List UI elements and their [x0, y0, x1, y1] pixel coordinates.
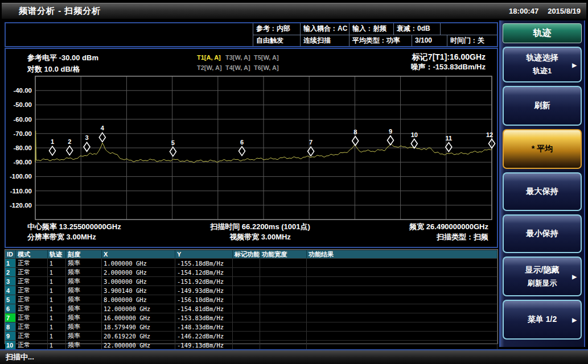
marker-table-cell-width [260, 267, 307, 276]
sweep-time-label: 扫描时间 66.2200ms (1001点) [184, 222, 336, 232]
marker-table-cell-id: 2 [5, 267, 16, 276]
marker-9[interactable]: 9 [387, 128, 393, 145]
marker-table-row[interactable]: 4正常1频率3.900140 GHz-149.93dBm/Hz [5, 286, 497, 295]
marker-table-cell-scale: 频率 [66, 276, 102, 286]
marker-table-cell-mode: 正常 [16, 304, 48, 313]
trace-flag: T6[W, A] [254, 64, 282, 75]
graph-footer-line2: 分辨率带宽 3.00MHz 视频带宽 3.00MHz 扫描类型：扫频 [27, 232, 488, 242]
marker-number: 3 [85, 134, 88, 141]
marker-readout-frequency: 标记7[T1]:16.00GHz [411, 52, 486, 62]
marker-table-cell-func [233, 313, 260, 322]
marker-7[interactable]: 7 [308, 139, 314, 156]
marker-8[interactable]: 8 [352, 129, 359, 146]
sidebar-button-1[interactable]: 轨迹选择轨迹1▶ [503, 47, 582, 82]
marker-table-header-cell: 功能结果 [307, 250, 497, 258]
marker-table-cell-func [233, 331, 260, 340]
marker-readout-noise: 噪声：-153.83dBm/Hz [411, 62, 486, 72]
marker-number: 5 [171, 139, 175, 146]
setting-cell: 输入：射频 [349, 23, 393, 35]
marker-table-cell-y: -149.13dBm/Hz [175, 340, 233, 349]
setting-cell: 衰减：0dB [393, 23, 440, 35]
marker-table-cell-func [233, 295, 260, 304]
sidebar-button-sublabel: 轨迹1 [533, 66, 552, 76]
clock: 18:00:47 2015/8/19 [509, 7, 581, 15]
marker-table-cell-id: 3 [5, 276, 16, 286]
y-axis-tick-labels: -40.00-50.00-60.00-70.00-80.00-90.00-100… [10, 87, 32, 209]
svg-text:-80.00: -80.00 [13, 144, 32, 151]
marker-table-row[interactable]: 2正常1频率2.000000 GHz-154.12dBm/Hz [5, 267, 497, 276]
marker-table-cell-trace: 1 [48, 322, 66, 331]
marker-table-cell-scale: 频率 [66, 331, 102, 340]
setting-cell: 自由触发 [253, 35, 300, 47]
marker-table-row[interactable]: 10正常1频率22.000000 GHz-149.13dBm/Hz [5, 340, 497, 349]
markers: 123456789101112 [49, 125, 495, 156]
marker-table-row[interactable]: 9正常1频率20.619220 GHz-146.22dBm/Hz [5, 331, 497, 340]
marker-table-header-cell: 功能宽度 [260, 250, 307, 258]
marker-10[interactable]: 10 [411, 131, 418, 148]
marker-table-cell-func [233, 267, 260, 276]
marker-table-cell-x: 8.000000 GHz [102, 295, 175, 304]
marker-table-cell-id: 4 [5, 286, 16, 295]
marker-table-row[interactable]: 6正常1频率12.000000 GHz-154.81dBm/Hz [5, 304, 497, 313]
marker-table-cell-width [260, 313, 307, 322]
trace-flag: T4[W, A] [225, 64, 254, 75]
marker-table-row[interactable]: 7正常1频率16.000000 GHz-153.83dBm/Hz [5, 313, 497, 322]
marker-table-cell-trace: 1 [48, 304, 66, 313]
marker-2[interactable]: 2 [67, 138, 73, 155]
marker-table-cell-mode: 正常 [16, 313, 48, 322]
svg-text:-50.00: -50.00 [13, 101, 32, 108]
status-bar: 扫描中... [0, 349, 588, 364]
marker-readout: 标记7[T1]:16.00GHz 噪声：-153.83dBm/Hz [411, 52, 486, 72]
clock-time: 18:00:47 [509, 7, 538, 15]
setting-cell [440, 23, 497, 35]
settings-bar: 参考：内部输入耦合：AC输入：射频衰减：0dB自由触发连续扫描平均类型：功率3/… [5, 22, 498, 47]
marker-1[interactable]: 1 [49, 138, 55, 155]
marker-3[interactable]: 3 [84, 134, 90, 151]
marker-diamond-icon [67, 146, 73, 155]
marker-number: 4 [101, 125, 105, 131]
sidebar-button-2[interactable]: 刷新 [503, 86, 582, 126]
sidebar-button-label: 最大保持 [527, 187, 558, 197]
sidebar-button-3[interactable]: * 平均 [503, 129, 582, 169]
marker-table-cell-scale: 频率 [66, 313, 102, 322]
marker-diamond-icon [84, 142, 90, 151]
marker-table-cell-trace: 1 [48, 313, 66, 322]
marker-table-row[interactable]: 8正常1频率18.579490 GHz-148.33dBm/Hz [5, 322, 497, 331]
setting-cell: 连续扫描 [300, 35, 349, 47]
marker-12[interactable]: 12 [486, 131, 495, 148]
sidebar-button-7[interactable]: 菜单 1/2▶ [503, 300, 582, 340]
marker-table-row[interactable]: 1正常1频率1.000000 GHz-155.18dBm/Hz [5, 258, 497, 267]
marker-number: 9 [389, 128, 392, 135]
marker-table-header-cell: X [102, 250, 175, 258]
setting-cell: 平均类型：功率 [349, 35, 412, 47]
marker-table-cell-y: -154.12dBm/Hz [175, 267, 233, 276]
marker-table-row[interactable]: 3正常1频率3.000000 GHz-151.92dBm/Hz [5, 276, 497, 286]
setting-cell: 时间门：关 [447, 35, 497, 47]
marker-table-cell-x: 3.900140 GHz [102, 286, 175, 295]
svg-text:-110.00: -110.00 [10, 188, 32, 195]
marker-table-row[interactable]: 5正常1频率8.000000 GHz-156.10dBm/Hz [5, 295, 497, 304]
marker-table-cell-id: 8 [5, 322, 16, 331]
sidebar-button-4[interactable]: 最大保持 [503, 172, 582, 211]
marker-table-cell-trace: 1 [48, 267, 66, 276]
marker-table-cell-trace: 1 [48, 276, 66, 286]
marker-table-cell-scale: 频率 [66, 340, 102, 349]
marker-table-cell-id: 9 [5, 331, 16, 340]
marker-table-cell-y: -155.18dBm/Hz [175, 258, 233, 267]
setting-cell: 参考：内部 [253, 23, 300, 35]
settings-row: 自由触发连续扫描平均类型：功率3/100时间门：关 [253, 35, 497, 47]
sidebar-button-5[interactable]: 最小保持 [503, 214, 582, 253]
sidebar-menu-title: 轨迹 [503, 23, 582, 43]
settings-grid: 参考：内部输入耦合：AC输入：射频衰减：0dB自由触发连续扫描平均类型：功率3/… [253, 23, 497, 46]
marker-number: 6 [240, 139, 244, 146]
marker-6[interactable]: 6 [239, 139, 245, 156]
graph-footer-line1: 中心频率 13.255000000GHz 扫描时间 66.2200ms (100… [27, 222, 488, 232]
marker-table-cell-x: 12.000000 GHz [102, 304, 175, 313]
svg-text:-120.00: -120.00 [10, 202, 32, 209]
sidebar-button-6[interactable]: 显示/隐藏刷新显示▶ [503, 257, 582, 296]
marker-table-cell-mode: 正常 [16, 322, 48, 331]
marker-table-header-cell: Y [175, 250, 233, 258]
svg-text:-90.00: -90.00 [13, 159, 32, 166]
spectrum-plot[interactable]: -40.00-50.00-60.00-70.00-80.00-90.00-100… [6, 49, 497, 247]
marker-table-cell-width [260, 322, 307, 331]
